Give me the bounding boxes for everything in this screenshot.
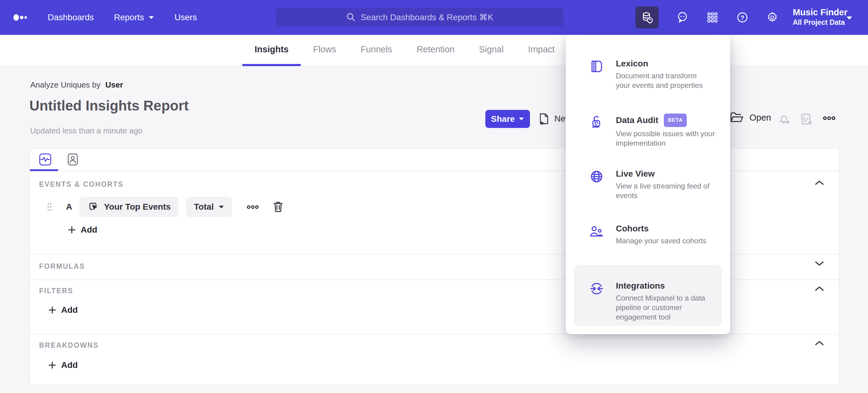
events-collapse-chevron-up-icon[interactable]	[814, 180, 825, 186]
mixpanel-app: Dashboards Reports Users Search Dashboar…	[0, 0, 868, 393]
menu-item-description: View possible issues with your implement…	[616, 129, 720, 148]
search-input[interactable]: Search Dashboards & Reports ⌘K	[276, 8, 564, 27]
tab-user-profiles[interactable]	[66, 153, 80, 166]
add-event-button[interactable]: Add	[68, 225, 97, 235]
menu-item-cohorts[interactable]: Cohorts Manage your saved cohorts	[590, 223, 706, 246]
nav-dashboards[interactable]: Dashboards	[48, 12, 94, 22]
tab-flows[interactable]: Flows	[301, 35, 348, 66]
project-caret-down-icon[interactable]	[846, 16, 853, 20]
nav-icon-group: ?	[636, 0, 778, 35]
tab-impact[interactable]: Impact	[516, 35, 567, 66]
apps-grid-icon	[707, 12, 718, 23]
tab-metrics-chart[interactable]	[38, 153, 52, 166]
report-title[interactable]: Untitled Insights Report	[29, 97, 189, 114]
analyze-value-dropdown[interactable]: User	[105, 80, 123, 90]
integrations-sync-icon	[590, 282, 603, 296]
report-more-button[interactable]	[823, 116, 836, 120]
metric-label: Total	[194, 202, 214, 212]
formulas-expand-chevron-down-icon[interactable]	[814, 260, 825, 266]
settings-button[interactable]	[766, 11, 778, 24]
menu-item-title: Data Audit	[616, 115, 658, 126]
menu-item-title: Lexicon	[616, 58, 648, 69]
tab-retention[interactable]: Retention	[404, 35, 467, 66]
search-icon	[346, 12, 356, 22]
apps-grid-button[interactable]	[706, 11, 718, 24]
menu-item-description: Manage your saved cohorts	[616, 236, 706, 246]
folder-open-icon	[730, 111, 744, 124]
filters-header: FILTERS	[39, 287, 73, 295]
menu-item-lexicon[interactable]: Lexicon Document and transform your even…	[590, 58, 706, 90]
add-breakdown-button[interactable]: Add	[48, 360, 78, 370]
event-row-letter: A	[66, 202, 72, 212]
lexicon-book-icon	[590, 59, 603, 74]
top-nav: Dashboards Reports Users Search Dashboar…	[0, 0, 868, 35]
analyze-uniques-row: Analyze Uniques by User	[30, 80, 123, 90]
event-more-options-icon[interactable]	[247, 205, 259, 209]
nav-reports[interactable]: Reports	[114, 12, 154, 22]
nav-users-label: Users	[175, 12, 197, 22]
bell-plus-icon	[778, 113, 791, 126]
create-alert-button[interactable]	[778, 113, 791, 126]
svg-text:?: ?	[741, 15, 744, 21]
globe-icon	[590, 170, 603, 184]
add-breakdown-label: Add	[61, 360, 78, 370]
nav-users[interactable]: Users	[175, 12, 197, 22]
project-scope: All Project Data	[793, 18, 847, 27]
lock-audit-icon	[590, 115, 603, 129]
more-options-icon	[823, 116, 836, 120]
drag-handle-icon[interactable]	[47, 202, 52, 212]
project-name: Music Finder	[793, 7, 847, 18]
report-tabs: Insights Flows Funnels Retention Signal …	[242, 35, 567, 66]
event-name: Your Top Events	[104, 202, 170, 212]
menu-item-description: View a live streaming feed of events	[616, 181, 718, 200]
feedback-button[interactable]	[676, 11, 689, 24]
add-to-board-button[interactable]	[800, 113, 814, 126]
open-report-button[interactable]: Open	[730, 111, 771, 124]
mixpanel-logo-icon[interactable]	[13, 14, 28, 21]
share-button[interactable]: Share	[485, 110, 530, 128]
menu-item-description: Connect Mixpanel to a data pipeline or c…	[616, 293, 709, 322]
tab-signal[interactable]: Signal	[467, 35, 516, 66]
menu-item-live-view[interactable]: Live View View a live streaming feed of …	[590, 168, 718, 200]
filters-collapse-chevron-up-icon[interactable]	[814, 286, 825, 292]
nav-dashboards-label: Dashboards	[48, 12, 94, 22]
tab-insights[interactable]: Insights	[242, 35, 301, 66]
event-row-a: A Your Top Events Total	[47, 197, 283, 217]
data-management-menu: Lexicon Document and transform your even…	[566, 35, 730, 334]
open-report-label: Open	[749, 113, 771, 123]
formulas-header: FORMULAS	[39, 262, 85, 271]
document-plus-icon	[538, 112, 550, 125]
chart-plus-icon	[800, 113, 814, 126]
event-select-button[interactable]: Your Top Events	[80, 197, 179, 217]
menu-item-title: Cohorts	[616, 223, 649, 234]
beta-badge: BETA	[664, 114, 687, 127]
pulse-chart-icon	[38, 153, 52, 166]
search-placeholder: Search Dashboards & Reports ⌘K	[361, 12, 493, 22]
help-button[interactable]: ?	[736, 11, 748, 24]
gear-icon	[766, 11, 778, 24]
event-cursor-icon	[87, 201, 99, 213]
delete-event-trash-icon[interactable]	[273, 201, 283, 213]
share-label: Share	[491, 114, 515, 124]
updated-timestamp: Updated less than a minute ago	[30, 126, 143, 136]
nav-reports-label: Reports	[114, 12, 144, 22]
report-tabbar: Insights Flows Funnels Retention Signal …	[0, 35, 868, 65]
metric-select-button[interactable]: Total	[186, 197, 232, 217]
menu-item-data-audit[interactable]: Data Audit BETA View possible issues wit…	[590, 114, 720, 148]
add-event-label: Add	[81, 225, 97, 235]
data-management-button[interactable]	[636, 6, 659, 28]
feedback-bubble-icon	[677, 11, 688, 24]
breakdowns-collapse-chevron-up-icon[interactable]	[814, 340, 825, 346]
add-filter-label: Add	[61, 305, 78, 315]
menu-item-integrations[interactable]: Integrations Connect Mixpanel to a data …	[574, 265, 722, 326]
project-switcher[interactable]: Music Finder All Project Data	[793, 7, 847, 27]
primary-nav: Dashboards Reports Users	[48, 0, 197, 35]
add-filter-button[interactable]: Add	[48, 305, 78, 315]
menu-item-title: Integrations	[616, 280, 665, 291]
plus-icon	[48, 306, 56, 314]
tab-funnels[interactable]: Funnels	[348, 35, 404, 66]
share-caret-down-icon	[519, 117, 524, 120]
active-tab-underline	[30, 169, 58, 171]
analyze-label: Analyze Uniques by	[30, 80, 100, 90]
menu-item-title: Live View	[616, 168, 655, 179]
